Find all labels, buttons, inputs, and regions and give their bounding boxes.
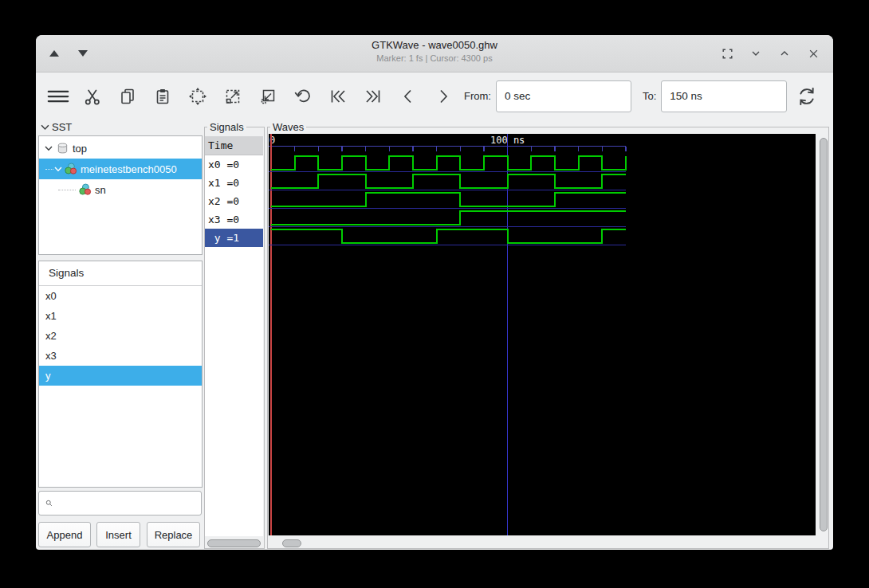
to-label: To:: [643, 90, 656, 102]
wave-canvas[interactable]: 0100 ns: [269, 134, 816, 535]
wave-signal-row-x0[interactable]: x0 =0: [205, 155, 263, 174]
scrollbar-thumb[interactable]: [820, 138, 828, 531]
minimize-button[interactable]: [747, 45, 765, 62]
wave-signal-row-x1[interactable]: x1 =0: [205, 174, 263, 192]
search-icon: [45, 497, 53, 509]
append-button[interactable]: Append: [38, 522, 91, 547]
chevron-up-icon: [778, 47, 791, 60]
cut-scissors-icon: [83, 87, 102, 106]
signal-list-item-x3[interactable]: x3: [39, 346, 202, 366]
shade-down-button[interactable]: [74, 45, 92, 61]
gtkwave-window: GTKWave - wave0050.ghw Marker: 1 fs | Cu…: [36, 35, 833, 550]
paste-button[interactable]: [153, 86, 172, 107]
scrollbar-thumb[interactable]: [207, 539, 261, 547]
zoom-out-button[interactable]: [258, 86, 277, 107]
zoom-fit-button[interactable]: [188, 86, 207, 107]
signals-horizontal-scrollbar[interactable]: [205, 538, 263, 549]
skip-to-start-icon: [328, 87, 348, 106]
zoom-out-icon: [258, 87, 277, 106]
window-title: GTKWave - wave0050.ghw: [36, 38, 833, 53]
shift-right-button[interactable]: [434, 86, 453, 107]
module-icon: [79, 183, 92, 196]
signal-search-list: Signals x0 x1 x2 x3 y: [38, 261, 203, 488]
time-column-header[interactable]: Time: [205, 136, 263, 155]
scrollbar-thumb[interactable]: [282, 539, 301, 547]
copy-icon: [118, 87, 137, 106]
from-input[interactable]: [496, 80, 631, 112]
window-status: Marker: 1 fs | Cursor: 4300 ps: [36, 53, 833, 64]
replace-button[interactable]: Replace: [147, 522, 200, 547]
tree-row-meinetestbench0050[interactable]: meinetestbench0050: [39, 159, 202, 179]
reload-button[interactable]: [795, 86, 819, 107]
from-label: From:: [464, 90, 491, 102]
zoom-fit-icon: [188, 87, 207, 106]
triangle-down-icon: [78, 50, 88, 57]
titlebar[interactable]: GTKWave - wave0050.ghw Marker: 1 fs | Cu…: [36, 35, 833, 73]
menu-button[interactable]: [45, 86, 71, 107]
sst-label: SST: [52, 121, 72, 133]
signal-list-item-x0[interactable]: x0: [39, 286, 202, 306]
signal-list-item-x1[interactable]: x1: [39, 306, 202, 326]
sst-expander[interactable]: SST: [41, 121, 72, 133]
search-input[interactable]: [57, 496, 201, 510]
tree-row-sn[interactable]: sn: [39, 179, 202, 200]
cut-button[interactable]: [83, 86, 102, 107]
tree-item-label: meinetestbench0050: [81, 163, 177, 175]
signals-frame-label: Signals: [207, 121, 246, 133]
tree-indent-line: [45, 168, 53, 170]
signal-search-box[interactable]: [38, 491, 202, 515]
hierarchy-root-icon: [57, 142, 69, 155]
sst-tree: top meinetestbench0050: [38, 135, 203, 255]
signal-list-item-y[interactable]: y: [39, 366, 202, 386]
maximize-button[interactable]: [776, 45, 793, 62]
close-icon: [808, 48, 820, 60]
tree-item-label: sn: [95, 184, 106, 196]
expander-chevron-icon[interactable]: [53, 164, 63, 174]
wave-signal-row-x3[interactable]: x3 =0: [205, 210, 263, 229]
shift-to-start-button[interactable]: [328, 86, 348, 107]
waves-frame-label: Waves: [270, 121, 306, 133]
wave-name-column[interactable]: Time x0 =0x1 =0x2 =0x3 =0 y =1: [205, 136, 263, 536]
copy-button[interactable]: [118, 86, 137, 107]
tree-row-top[interactable]: top: [39, 138, 202, 159]
chevron-left-icon: [399, 87, 418, 106]
wave-signal-row-y[interactable]: y =1: [205, 229, 263, 247]
toolbar: From: To:: [36, 73, 833, 120]
undo-button[interactable]: [293, 86, 313, 107]
zoom-in-icon: [223, 87, 242, 106]
wave-signal-row-x2[interactable]: x2 =0: [205, 192, 263, 210]
signal-list-item-x2[interactable]: x2: [39, 326, 202, 346]
tree-item-label: top: [73, 143, 87, 155]
fullscreen-icon: [721, 47, 734, 61]
undo-arrow-icon: [293, 87, 313, 106]
zoom-in-button[interactable]: [223, 86, 242, 107]
expander-chevron-icon: [41, 123, 49, 131]
paste-clipboard-icon: [153, 87, 172, 106]
close-button[interactable]: [804, 45, 822, 62]
insert-button[interactable]: Insert: [96, 522, 140, 547]
signal-list-header: Signals: [39, 261, 202, 285]
shift-left-button[interactable]: [399, 86, 418, 107]
triangle-up-icon: [49, 50, 59, 57]
skip-to-end-icon: [364, 87, 383, 106]
chevron-right-icon: [434, 87, 453, 106]
main-content: SST top: [36, 120, 833, 550]
chevron-down-icon: [749, 47, 762, 60]
module-icon: [65, 163, 77, 175]
shade-up-button[interactable]: [45, 45, 63, 61]
tree-indent-line: [58, 189, 76, 190]
to-input[interactable]: [661, 80, 787, 112]
hamburger-menu-icon: [46, 87, 70, 106]
waves-horizontal-scrollbar[interactable]: [272, 538, 825, 549]
reload-icon: [796, 85, 818, 108]
fullscreen-button[interactable]: [718, 45, 736, 62]
expander-chevron-icon[interactable]: [44, 143, 53, 153]
shift-to-end-button[interactable]: [364, 86, 383, 107]
waves-vertical-scrollbar[interactable]: [818, 136, 829, 533]
